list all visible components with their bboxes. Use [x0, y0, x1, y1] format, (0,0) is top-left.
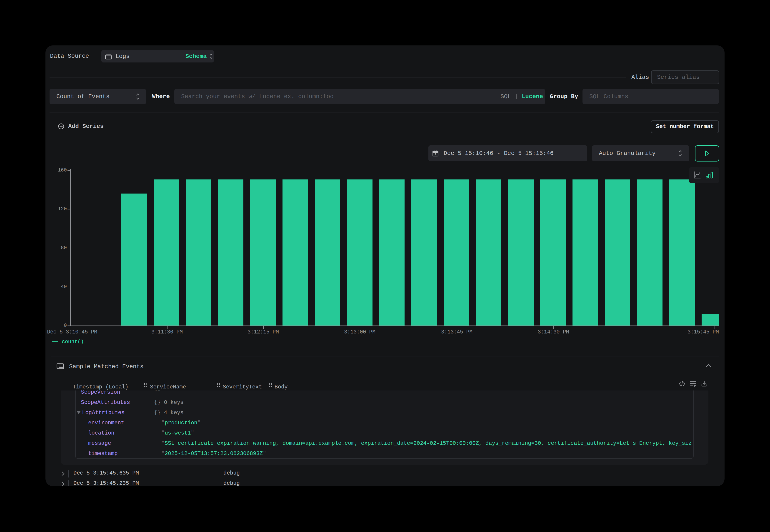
svg-text:1: 1 [435, 153, 437, 156]
